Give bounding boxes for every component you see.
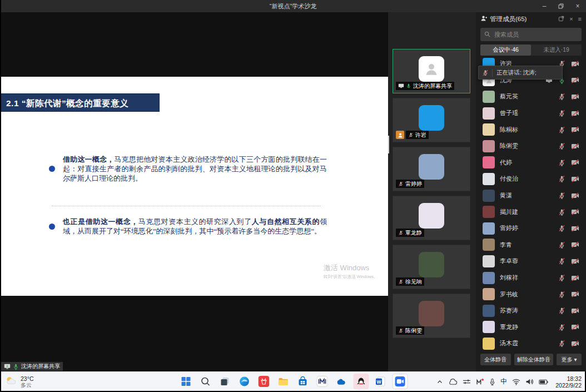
weather-widget[interactable]: 23°C 多云: [4, 372, 33, 391]
edge-icon[interactable]: [237, 374, 252, 389]
battery-icon[interactable]: [539, 379, 548, 385]
camera-status-icon[interactable]: [571, 258, 579, 265]
bullet-dot-icon: [49, 166, 55, 172]
more-button[interactable]: 更多 ▾: [557, 354, 582, 365]
m-badge-icon[interactable]: [476, 378, 484, 385]
screen-share-status-chip[interactable]: 沈涛的屏幕共享: [1, 362, 63, 371]
member-avatar: [483, 140, 495, 152]
mic-status-icon[interactable]: [558, 93, 565, 100]
mic-status-icon[interactable]: [558, 192, 565, 199]
mic-status-icon[interactable]: [558, 324, 565, 331]
camera-status-icon[interactable]: [571, 225, 579, 232]
camera-status-icon[interactable]: [571, 241, 579, 248]
video-thumbnail[interactable]: 覃龙静: [393, 196, 470, 240]
camera-status-icon[interactable]: [571, 340, 579, 347]
member-row[interactable]: 覃龙静: [476, 319, 586, 336]
mic-status-icon[interactable]: [558, 175, 565, 182]
mixer-icon[interactable]: [463, 378, 471, 385]
mic-status-icon[interactable]: [558, 340, 565, 347]
member-row[interactable]: 黄潇: [476, 187, 586, 204]
mic-status-icon[interactable]: [558, 257, 565, 265]
camera-status-icon[interactable]: [571, 110, 579, 117]
camera-status-icon[interactable]: [571, 159, 579, 166]
restore-button[interactable]: [553, 0, 569, 12]
start-icon[interactable]: [178, 374, 194, 389]
word-icon[interactable]: W: [373, 374, 389, 389]
camera-status-icon[interactable]: [571, 324, 579, 330]
thumbnail-scrollbar[interactable]: [388, 136, 389, 153]
search-input[interactable]: [493, 31, 578, 38]
member-row[interactable]: 苏赛涛: [476, 302, 586, 319]
member-row[interactable]: 陈俐雯: [476, 138, 586, 155]
member-row[interactable]: 付俊治: [476, 171, 586, 187]
camera-status-icon[interactable]: [571, 61, 579, 67]
wifi-icon[interactable]: [512, 379, 520, 385]
mic-status-icon[interactable]: [558, 307, 565, 314]
chevron-up-icon[interactable]: [436, 379, 443, 385]
camera-status-icon[interactable]: [571, 126, 579, 133]
meeting-icon[interactable]: [393, 374, 408, 389]
camera-status-icon[interactable]: [571, 291, 579, 297]
presentation-slide: 2.1 “新陈代谢”概念的重要意义 借助这一概念，马克思把他对资本主义政治经济学…: [0, 77, 388, 296]
store-icon[interactable]: [295, 374, 311, 389]
mic-status-icon[interactable]: [558, 126, 565, 133]
clock-widget[interactable]: 18:32 2022/9/22: [555, 375, 582, 389]
member-row[interactable]: 李青: [476, 237, 586, 254]
camera-status-icon[interactable]: [571, 176, 579, 182]
member-row[interactable]: 李卓蓉: [476, 253, 586, 270]
member-row[interactable]: 雷婷婷: [476, 220, 586, 237]
member-name: 陈俐雯: [500, 142, 518, 150]
close-button[interactable]: ×: [569, 0, 586, 12]
camera-status-icon[interactable]: [571, 77, 579, 83]
mic-status-icon[interactable]: [558, 291, 565, 298]
cloud-icon[interactable]: [448, 378, 458, 385]
qq-icon[interactable]: [354, 374, 369, 389]
member-row[interactable]: 陈桐标: [476, 121, 586, 138]
member-row[interactable]: 蔡元英: [476, 88, 586, 105]
unmute-all-button[interactable]: 解除全体静音: [514, 354, 553, 365]
member-row[interactable]: 汤木霞: [476, 335, 586, 352]
mic-status-icon[interactable]: [558, 241, 565, 249]
menu-icon[interactable]: ≡: [578, 16, 582, 22]
appgallery-icon[interactable]: [256, 374, 272, 389]
member-name: 苏赛涛: [500, 306, 518, 315]
tab-in-meeting[interactable]: 会议中·46: [480, 44, 531, 56]
video-thumbnail[interactable]: 雷婷婷: [393, 147, 470, 191]
mic-status-icon[interactable]: [558, 225, 565, 232]
camera-status-icon[interactable]: [571, 143, 579, 150]
mic-status-icon[interactable]: [558, 142, 565, 150]
video-thumbnail[interactable]: 许岩: [393, 98, 470, 142]
volume-icon[interactable]: [525, 378, 534, 385]
member-row[interactable]: 曾子瑶: [476, 105, 586, 122]
camera-status-icon[interactable]: [571, 209, 579, 215]
mute-all-button[interactable]: 全体静音: [480, 354, 511, 365]
member-search-box[interactable]: [480, 28, 582, 41]
mic-status-icon[interactable]: [558, 159, 565, 166]
camera-status-icon[interactable]: [571, 192, 579, 199]
camera-status-icon[interactable]: [571, 307, 579, 314]
member-row[interactable]: 代婷: [476, 155, 586, 171]
mindmaster-icon[interactable]: [315, 374, 330, 389]
search-icon[interactable]: [198, 374, 213, 389]
mic-icon[interactable]: [489, 378, 495, 386]
member-row[interactable]: 罗书岐: [476, 286, 586, 302]
video-thumbnail[interactable]: 陈俐雯: [393, 294, 470, 338]
onedrive-icon[interactable]: [334, 374, 350, 389]
member-row[interactable]: 揭川建: [476, 204, 586, 220]
video-thumbnail[interactable]: 沈涛的屏幕共享: [393, 49, 470, 93]
member-row[interactable]: 刘稼祥: [476, 270, 586, 286]
mic-status-icon[interactable]: [558, 209, 565, 216]
explorer-icon[interactable]: [276, 374, 291, 389]
video-thumbnail[interactable]: 徐见响: [393, 245, 470, 289]
ime-zh-icon[interactable]: 中: [500, 377, 507, 386]
mic-status-icon[interactable]: [558, 274, 565, 281]
minimize-button[interactable]: –: [536, 0, 553, 12]
tab-not-joined[interactable]: 未进入·19: [531, 44, 582, 56]
camera-status-icon[interactable]: [571, 275, 579, 281]
close-panel-icon[interactable]: ×: [569, 16, 573, 22]
task-view-icon[interactable]: [217, 374, 233, 389]
popout-icon[interactable]: [558, 16, 564, 23]
mic-status-icon[interactable]: [558, 110, 565, 117]
camera-status-icon[interactable]: [571, 93, 579, 100]
member-name: 蔡元英: [500, 92, 518, 101]
